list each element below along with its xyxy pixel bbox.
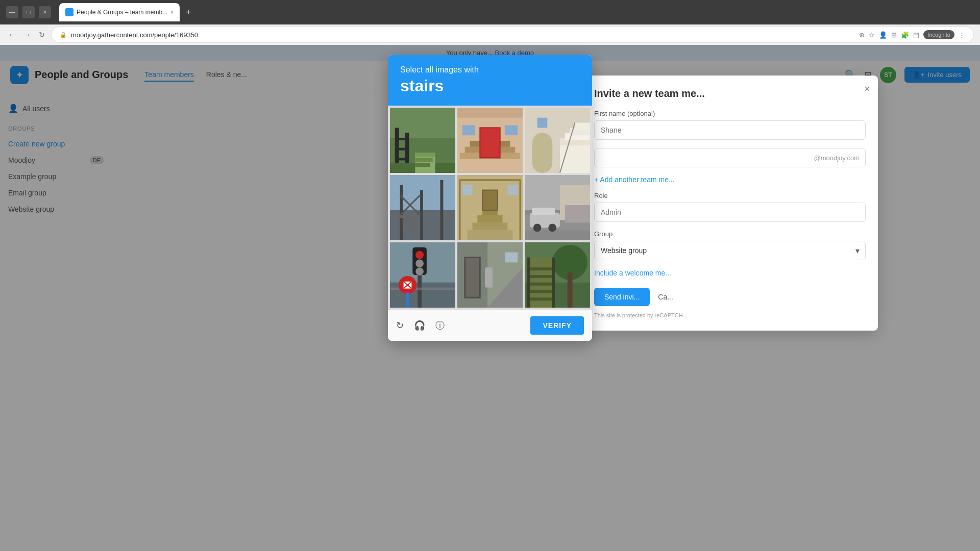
svg-rect-89 — [527, 267, 555, 270]
close-button[interactable]: × — [39, 6, 51, 18]
profile-icon[interactable]: 👤 — [879, 31, 887, 39]
captcha-instruction: Select all images with — [400, 65, 580, 74]
captcha-widget: Select all images with stairs — [388, 55, 592, 341]
captcha-overlay: Select all images with stairs — [0, 45, 980, 551]
svg-rect-40 — [403, 220, 420, 223]
svg-rect-75 — [406, 292, 409, 308]
refresh-button[interactable]: ↻ — [37, 29, 47, 41]
captcha-image-8[interactable] — [457, 242, 523, 308]
captcha-grid — [388, 106, 592, 310]
svg-rect-11 — [415, 163, 430, 167]
svg-rect-95 — [552, 258, 555, 308]
svg-rect-44 — [468, 230, 513, 240]
svg-rect-83 — [505, 253, 518, 263]
svg-rect-4 — [395, 138, 409, 140]
address-bar-row: ← → ↻ 🔒 moodjoy.gathercontent.com/people… — [0, 24, 980, 45]
captcha-image-7[interactable] — [390, 242, 455, 308]
svg-rect-45 — [473, 223, 508, 231]
incognito-badge: Incognito — [923, 30, 954, 39]
svg-rect-48 — [482, 190, 498, 210]
svg-rect-29 — [532, 133, 552, 173]
svg-rect-79 — [465, 258, 480, 298]
back-button[interactable]: ← — [6, 29, 17, 41]
forward-button[interactable]: → — [21, 29, 33, 41]
svg-rect-91 — [527, 283, 555, 286]
svg-rect-17 — [480, 128, 500, 158]
svg-rect-30 — [537, 118, 548, 128]
window-controls[interactable]: — □ × — [6, 6, 51, 18]
extensions-icon[interactable]: 🧩 — [901, 31, 909, 39]
svg-rect-46 — [477, 215, 502, 223]
tab-close-icon[interactable]: × — [170, 10, 174, 15]
tab-bar: People & Groups – team memb... × + — [59, 3, 974, 21]
svg-rect-82 — [485, 267, 493, 287]
svg-rect-9 — [415, 153, 435, 157]
captcha-footer: ↻ 🎧 ⓘ VERIFY — [388, 310, 592, 341]
svg-rect-51 — [462, 185, 473, 195]
captcha-image-2[interactable] — [457, 108, 523, 173]
svg-rect-57 — [532, 208, 555, 215]
address-bar-icons: ⊕ ☆ 👤 ⊞ 🧩 ▤ Incognito ⋮ — [859, 30, 965, 39]
address-bar[interactable]: 🔒 moodjoy.gathercontent.com/people/16935… — [51, 27, 974, 43]
tab-title: People & Groups – team memb... — [77, 9, 167, 16]
svg-rect-6 — [395, 158, 409, 160]
sidebar-icon[interactable]: ▤ — [913, 31, 919, 39]
svg-point-59 — [548, 224, 556, 232]
minimize-button[interactable]: — — [6, 6, 18, 18]
svg-rect-52 — [507, 185, 518, 195]
menu-icon[interactable]: ⋮ — [959, 31, 965, 39]
captcha-image-9[interactable] — [525, 242, 590, 308]
maximize-button[interactable]: □ — [22, 6, 35, 18]
svg-rect-92 — [527, 290, 555, 293]
svg-rect-94 — [527, 258, 530, 308]
captcha-image-6[interactable] — [525, 175, 590, 240]
svg-rect-93 — [527, 297, 555, 300]
lock-icon: 🔒 — [60, 32, 67, 38]
svg-rect-20 — [505, 125, 518, 135]
captcha-info-icon[interactable]: ⓘ — [435, 319, 445, 332]
captcha-image-4[interactable] — [390, 175, 455, 240]
svg-point-58 — [533, 224, 542, 232]
svg-rect-19 — [462, 125, 475, 135]
svg-rect-27 — [575, 123, 590, 131]
svg-rect-36 — [440, 180, 443, 240]
svg-rect-90 — [527, 275, 555, 278]
svg-rect-39 — [400, 215, 420, 218]
svg-point-67 — [415, 251, 424, 259]
svg-rect-61 — [565, 205, 590, 222]
svg-point-69 — [415, 267, 424, 276]
svg-rect-5 — [395, 148, 409, 151]
svg-point-68 — [415, 259, 424, 267]
tab-favicon — [65, 8, 74, 16]
bookmark-icon[interactable]: ☆ — [869, 31, 875, 39]
captcha-header: Select all images with stairs — [388, 55, 592, 106]
svg-rect-41 — [405, 225, 421, 228]
url-text: moodjoy.gathercontent.com/people/169350 — [71, 31, 198, 39]
captcha-footer-icons: ↻ 🎧 ⓘ — [396, 319, 445, 332]
captcha-image-5[interactable] — [457, 175, 523, 240]
captcha-refresh-icon[interactable]: ↻ — [396, 320, 404, 331]
extension-icon[interactable]: ⊕ — [859, 31, 865, 39]
apps-icon[interactable]: ⊞ — [891, 31, 897, 39]
captcha-audio-icon[interactable]: 🎧 — [414, 320, 425, 331]
browser-chrome: — □ × People & Groups – team memb... × + — [0, 0, 980, 24]
active-tab[interactable]: People & Groups – team memb... × — [59, 3, 180, 21]
svg-rect-87 — [568, 272, 573, 308]
svg-rect-35 — [420, 190, 423, 240]
captcha-keyword: stairs — [400, 77, 580, 95]
captcha-image-3[interactable] — [525, 108, 590, 173]
captcha-image-1[interactable] — [390, 108, 455, 173]
new-tab-button[interactable]: + — [182, 5, 195, 20]
captcha-verify-button[interactable]: VERIFY — [530, 316, 584, 335]
svg-rect-10 — [415, 158, 432, 162]
